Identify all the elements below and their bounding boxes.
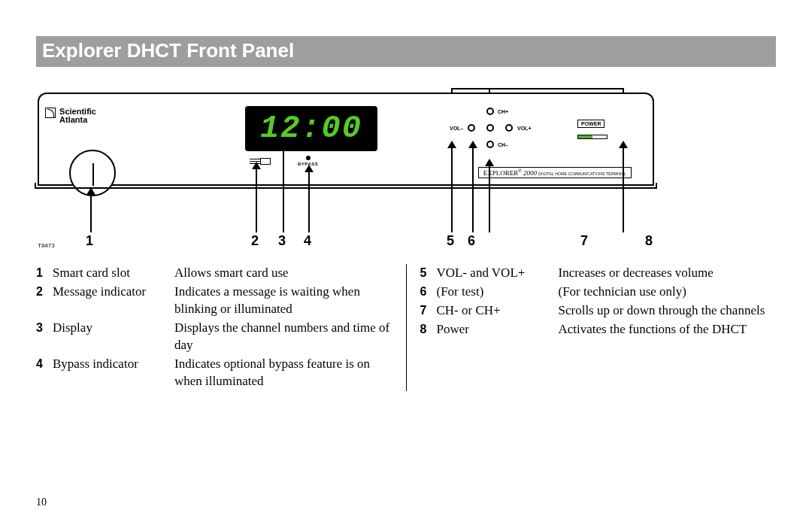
legend-row: 5VOL- and VOL+Increases or decreases vol… (420, 264, 777, 281)
callout-arrow-6 (472, 142, 474, 232)
legend-row: 4Bypass indicatorIndicates optional bypa… (36, 355, 392, 390)
device-body: Scientific Atlanta 12:00 BYPASS CH+ CH– … (38, 93, 654, 186)
atlanta-logo-icon (45, 108, 56, 118)
display-time: 12:00 (260, 111, 362, 147)
callout-6: 6 (468, 233, 475, 249)
t-code: T8473 (38, 242, 55, 249)
legend-row: 8PowerActivates the functions of the DHC… (420, 320, 777, 338)
callout-arrow-4 (308, 166, 310, 232)
ch-minus-button[interactable] (486, 141, 494, 148)
legend-table: 1Smart card slotAllows smart card use 2M… (36, 264, 776, 391)
legend-row: 3DisplayDisplays the channel numbers and… (36, 319, 392, 354)
page-number: 10 (36, 496, 47, 508)
ch-plus-button[interactable] (486, 108, 494, 115)
section-title: Explorer DHCT Front Panel (36, 36, 776, 67)
power-button[interactable]: POWER (577, 120, 604, 128)
legend-col-left: 1Smart card slotAllows smart card use 2M… (36, 264, 407, 391)
test-button[interactable] (486, 124, 494, 132)
legend-col-right: 5VOL- and VOL+Increases or decreases vol… (407, 264, 777, 391)
callout-5: 5 (447, 233, 454, 249)
legend-row: 7CH- or CH+Scrolls up or down through th… (420, 302, 777, 319)
legend-row: 1Smart card slotAllows smart card use (36, 264, 392, 281)
front-panel-diagram: Scientific Atlanta 12:00 BYPASS CH+ CH– … (38, 88, 654, 246)
callout-arrow-3 (283, 142, 284, 232)
callout-2: 2 (251, 233, 259, 249)
callout-arrow-8 (623, 142, 624, 232)
legend-row: 6(For test)(For technician use only) (420, 283, 777, 300)
callout-4: 4 (304, 233, 311, 249)
callout-1: 1 (86, 233, 93, 249)
callout-7: 7 (580, 233, 588, 249)
vol-minus-button[interactable] (468, 124, 475, 132)
legend-row: 2Message indicatorIndicates a message is… (36, 283, 392, 317)
bypass-led-icon (306, 156, 311, 160)
power-led-icon (577, 135, 607, 139)
led-display: 12:00 (245, 106, 377, 151)
brand-line2: Atlanta (59, 115, 87, 124)
nav-pad: CH+ CH– VOL– VOL+ (445, 108, 535, 163)
vol-plus-button[interactable] (505, 124, 513, 132)
callout-arrow-1 (90, 189, 92, 232)
callout-3: 3 (278, 233, 286, 249)
brand-logo: Scientific Atlanta (45, 108, 96, 124)
callout-arrow-2 (256, 163, 257, 232)
power-area: POWER (577, 115, 626, 139)
callout-arrow-5 (451, 142, 453, 232)
callout-8: 8 (645, 233, 653, 249)
model-label: EXPLORER® 2000 DIGITAL HOME COMMUNICATIO… (478, 167, 632, 178)
callout-arrow-7 (489, 160, 490, 232)
